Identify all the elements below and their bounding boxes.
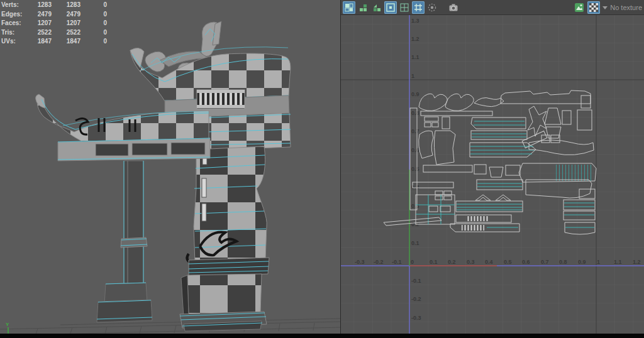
hud-value: 1283 — [29, 1, 52, 10]
grid-icon — [413, 3, 423, 13]
checker-map-button[interactable] — [587, 1, 600, 14]
checker-map-icon — [589, 3, 599, 13]
hud-value: 1847 — [52, 37, 80, 46]
svg-text:0.9: 0.9 — [411, 91, 419, 97]
hud-value: 0 — [80, 10, 107, 19]
hud-row-verts: Verts: 1283 1283 0 — [1, 1, 107, 10]
dim-image-icon — [427, 3, 437, 13]
svg-text:0.7: 0.7 — [541, 259, 549, 265]
svg-text:0.3: 0.3 — [411, 203, 419, 209]
frame-selected-icon — [386, 3, 396, 13]
hud-label: Verts: — [1, 1, 29, 10]
uv-grid — [341, 15, 644, 334]
svg-text:0.3: 0.3 — [467, 259, 475, 265]
hud-value: 0 — [80, 19, 107, 28]
uv-snapshot-button[interactable] — [447, 1, 460, 14]
stack-shells-a-icon — [358, 3, 368, 13]
svg-text:1.3: 1.3 — [411, 18, 419, 24]
svg-text:1.2: 1.2 — [411, 36, 419, 42]
hud-value: 0 — [80, 1, 107, 10]
svg-text:0.8: 0.8 — [559, 259, 567, 265]
hud-row-faces: Faces: 1207 1207 0 — [1, 19, 107, 28]
stack-shells-b-icon — [372, 3, 382, 13]
svg-text:-0.2: -0.2 — [411, 296, 421, 302]
svg-text:1.1: 1.1 — [411, 54, 419, 60]
hud-label: Edges: — [1, 10, 29, 19]
ground-grid — [0, 319, 340, 334]
poly-count-hud: Verts: 1283 1283 0 Edges: 2479 2479 0 Fa… — [1, 1, 107, 46]
hud-value: 2522 — [52, 28, 80, 38]
svg-text:-0.1: -0.1 — [392, 259, 402, 265]
svg-text:0.7: 0.7 — [411, 128, 419, 134]
svg-text:0.1: 0.1 — [411, 240, 419, 246]
svg-text:0.8: 0.8 — [411, 110, 419, 116]
uv-shell-edges — [555, 165, 591, 181]
frame-all-button[interactable] — [398, 1, 411, 14]
svg-text:0.6: 0.6 — [411, 147, 419, 153]
uv-tile-icon — [344, 3, 354, 13]
frame-selected-button[interactable] — [384, 1, 397, 14]
texture-controls: No texture — [573, 1, 642, 14]
dim-image-button[interactable] — [426, 1, 438, 14]
dropdown-caret-icon[interactable] — [602, 5, 608, 10]
svg-text:-0.3: -0.3 — [355, 259, 365, 265]
bottom-bar — [0, 334, 644, 338]
svg-text:0.5: 0.5 — [504, 259, 512, 265]
perspective-viewport[interactable]: Verts: 1283 1283 0 Edges: 2479 2479 0 Fa… — [0, 0, 341, 334]
uv-canvas[interactable]: -0.3 -0.2 -0.1 0 0.1 0.2 0.3 0.4 0.5 0.6… — [341, 15, 644, 334]
model-wireframe-view[interactable]: Y X Z — [0, 0, 340, 334]
uv-tile-button[interactable] — [343, 1, 355, 14]
uv-toolbar: No texture — [341, 0, 644, 15]
hud-row-edges: Edges: 2479 2479 0 — [1, 10, 107, 19]
image-button[interactable] — [573, 1, 586, 14]
hud-value: 2479 — [29, 10, 52, 19]
gate-model[interactable] — [36, 21, 291, 331]
hud-value: 2522 — [29, 28, 52, 38]
hud-value: 1207 — [52, 19, 80, 28]
crossbeam — [58, 138, 210, 161]
hud-value: 0 — [80, 28, 107, 38]
stack-shells-b-button[interactable] — [370, 1, 383, 14]
grid-button[interactable] — [412, 1, 425, 14]
frame-all-icon — [399, 3, 409, 13]
texture-name-label: No texture — [610, 4, 642, 11]
hud-label: Faces: — [1, 19, 29, 28]
svg-text:0.2: 0.2 — [448, 259, 456, 265]
hud-value: 1207 — [29, 19, 52, 28]
svg-text:0.5: 0.5 — [411, 166, 419, 172]
svg-text:1.2: 1.2 — [633, 259, 641, 265]
main-column — [187, 143, 267, 263]
hud-row-tris: Tris: 2522 2522 0 — [1, 28, 107, 38]
svg-text:0: 0 — [411, 259, 414, 265]
stack-shells-a-button[interactable] — [357, 1, 369, 14]
svg-text:0.4: 0.4 — [485, 259, 493, 265]
svg-text:1: 1 — [597, 259, 600, 265]
svg-text:0.1: 0.1 — [430, 259, 438, 265]
svg-text:-0.2: -0.2 — [374, 259, 384, 265]
svg-text:-0.3: -0.3 — [411, 315, 421, 321]
hud-value: 1847 — [29, 37, 52, 46]
uv-snapshot-icon — [448, 3, 458, 13]
hud-value: 1283 — [52, 1, 80, 10]
left-pillar — [97, 161, 152, 322]
hud-value: 2479 — [52, 10, 80, 19]
svg-text:-0.1: -0.1 — [411, 278, 421, 284]
svg-text:0.6: 0.6 — [522, 259, 530, 265]
hud-label: Tris: — [1, 28, 29, 38]
uv-editor-panel[interactable]: No texture — [341, 0, 644, 334]
svg-text:1.1: 1.1 — [614, 259, 622, 265]
gizmo-y-label: Y — [6, 322, 9, 327]
column-pedestal — [180, 258, 269, 331]
svg-text:1: 1 — [411, 73, 414, 79]
hud-row-uvs: UVs: 1847 1847 0 — [1, 37, 107, 46]
svg-text:0.9: 0.9 — [578, 259, 586, 265]
image-icon — [574, 3, 584, 13]
axis-gizmo: Y X Z — [1, 322, 22, 334]
hud-label: UVs: — [1, 37, 29, 46]
hud-value: 0 — [80, 37, 107, 46]
